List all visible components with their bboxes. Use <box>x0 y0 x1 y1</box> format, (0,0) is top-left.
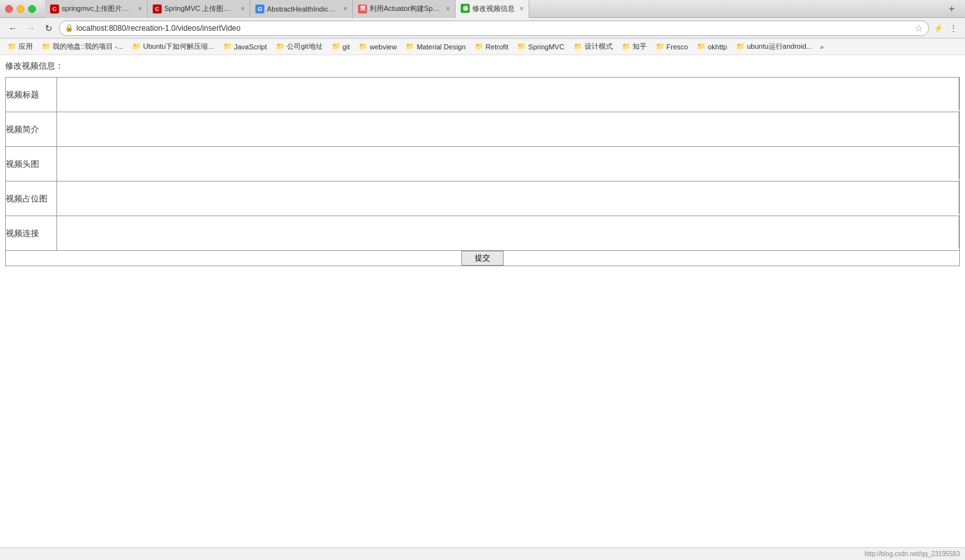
page-content: 修改视频信息： 视频标题视频简介视频头图视频占位图视频连接提交 <box>0 55 965 547</box>
folder-icon: 📁 <box>517 42 526 51</box>
submit-button[interactable]: 提交 <box>461 251 504 266</box>
tab-close-button[interactable]: × <box>520 5 524 12</box>
bookmark-item[interactable]: 📁设计模式 <box>570 40 617 53</box>
bookmarks-bar: 📁应用📁我的地盘::我的项目 -...📁Ubuntu下如何解压缩...📁Java… <box>0 38 965 55</box>
form-field-cell <box>57 112 960 147</box>
tab-close-button[interactable]: × <box>343 5 347 12</box>
browser-window: Cspringmvc上传图片并显示图片×CSpringMVC 上传图片保存到服.… <box>0 0 965 560</box>
browser-tab[interactable]: CSpringMVC 上传图片保存到服...× <box>148 0 250 18</box>
form-field-label: 视频连接 <box>6 216 57 251</box>
browser-tab[interactable]: GAbstractHealthIndicator - Goo...× <box>250 0 353 18</box>
folder-icon: 📁 <box>574 42 583 51</box>
folder-icon: 📁 <box>223 42 232 51</box>
extensions-button[interactable]: ⚡ <box>932 22 944 35</box>
bookmark-item[interactable]: 📁JavaScript <box>219 41 271 52</box>
back-button[interactable]: ← <box>5 21 21 36</box>
folder-icon: 📁 <box>359 42 368 51</box>
form-field-cell <box>57 182 960 216</box>
tabs-bar: Cspringmvc上传图片并显示图片×CSpringMVC 上传图片保存到服.… <box>45 0 940 18</box>
address-bar[interactable]: 🔒 localhost:8080/recreation-1.0/videos/i… <box>59 21 929 36</box>
form-textarea-placeholder_field[interactable] <box>57 182 959 214</box>
folder-icon: 📁 <box>656 42 665 51</box>
form-field-label: 视频占位图 <box>6 182 57 216</box>
bookmark-item[interactable]: 📁Fresco <box>652 41 692 52</box>
form-field-label: 视频头图 <box>6 147 57 182</box>
folder-icon: 📁 <box>475 42 484 51</box>
browser-tab[interactable]: 简利用Actuator构建Spring Boot...× <box>353 0 456 18</box>
bookmark-item[interactable]: 📁知乎 <box>618 40 651 53</box>
bookmarks-more-button[interactable]: » <box>817 42 826 52</box>
tab-close-button[interactable]: × <box>241 5 244 12</box>
folder-icon: 📁 <box>276 42 285 51</box>
folder-icon: 📁 <box>42 42 51 51</box>
bookmark-item[interactable]: 📁okhttp <box>693 41 731 52</box>
bookmark-star-icon[interactable]: ☆ <box>915 23 923 33</box>
status-url: http://blog.csdn.net/qq_23195583 <box>865 550 960 557</box>
form-row: 视频连接 <box>6 216 960 251</box>
bookmark-item[interactable]: 📁Retrofit <box>471 41 512 52</box>
bookmark-item[interactable]: 📁SpringMVC <box>513 41 568 52</box>
bottom-bar: http://blog.csdn.net/qq_23195583 <box>0 547 965 560</box>
bookmark-item[interactable]: 📁webview <box>355 41 400 52</box>
bookmark-item[interactable]: 📁公司git地址 <box>272 40 327 53</box>
form-row: 视频头图 <box>6 147 960 182</box>
bookmark-item[interactable]: 📁Ubuntu下如何解压缩... <box>128 40 218 53</box>
form-table: 视频标题视频简介视频头图视频占位图视频连接提交 <box>5 77 960 266</box>
form-textarea-intro_field[interactable] <box>57 112 959 144</box>
tab-close-button[interactable]: × <box>446 5 450 12</box>
nav-bar: ← → ↻ 🔒 localhost:8080/recreation-1.0/vi… <box>0 18 965 38</box>
folder-icon: 📁 <box>8 42 17 51</box>
folder-icon: 📁 <box>622 42 631 51</box>
close-button[interactable] <box>5 5 13 13</box>
folder-icon: 📁 <box>332 42 341 51</box>
folder-icon: 📁 <box>132 42 141 51</box>
traffic-lights <box>5 5 36 13</box>
folder-icon: 📁 <box>406 42 414 51</box>
form-textarea-cover_field[interactable] <box>57 147 959 179</box>
bookmark-item[interactable]: 📁应用 <box>4 40 37 53</box>
form-field-cell <box>57 78 960 112</box>
form-textarea-title_field[interactable] <box>57 78 959 110</box>
menu-button[interactable]: ⋮ <box>947 22 960 35</box>
url-display: localhost:8080/recreation-1.0/videos/ins… <box>76 24 915 33</box>
form-field-label: 视频简介 <box>6 112 57 147</box>
form-textarea-link_field[interactable] <box>57 216 959 248</box>
title-bar: Cspringmvc上传图片并显示图片×CSpringMVC 上传图片保存到服.… <box>0 0 965 18</box>
form-row: 视频占位图 <box>6 182 960 216</box>
bookmark-item[interactable]: 📁ubuntu运行android... <box>732 40 816 53</box>
browser-tab[interactable]: 修修改视频信息× <box>456 0 529 18</box>
form-field-cell <box>57 147 960 182</box>
tab-close-button[interactable]: × <box>138 5 142 12</box>
form-row: 视频简介 <box>6 112 960 147</box>
forward-button[interactable]: → <box>23 21 38 36</box>
page-title: 修改视频信息： <box>5 60 960 72</box>
folder-icon: 📁 <box>697 42 706 51</box>
form-field-cell <box>57 216 960 251</box>
bookmark-item[interactable]: 📁git <box>328 41 354 52</box>
bookmark-item[interactable]: 📁Material Design <box>402 41 469 52</box>
folder-icon: 📁 <box>736 42 745 51</box>
nav-actions: ⚡ ⋮ <box>932 22 960 35</box>
new-tab-button[interactable]: + <box>944 3 960 15</box>
browser-tab[interactable]: Cspringmvc上传图片并显示图片× <box>45 0 148 18</box>
reload-button[interactable]: ↻ <box>41 21 56 36</box>
bookmark-item[interactable]: 📁我的地盘::我的项目 -... <box>38 40 127 53</box>
minimize-button[interactable] <box>17 5 24 13</box>
form-field-label: 视频标题 <box>6 78 57 112</box>
form-row: 视频标题 <box>6 78 960 112</box>
submit-row: 提交 <box>6 251 960 266</box>
maximize-button[interactable] <box>28 5 36 13</box>
